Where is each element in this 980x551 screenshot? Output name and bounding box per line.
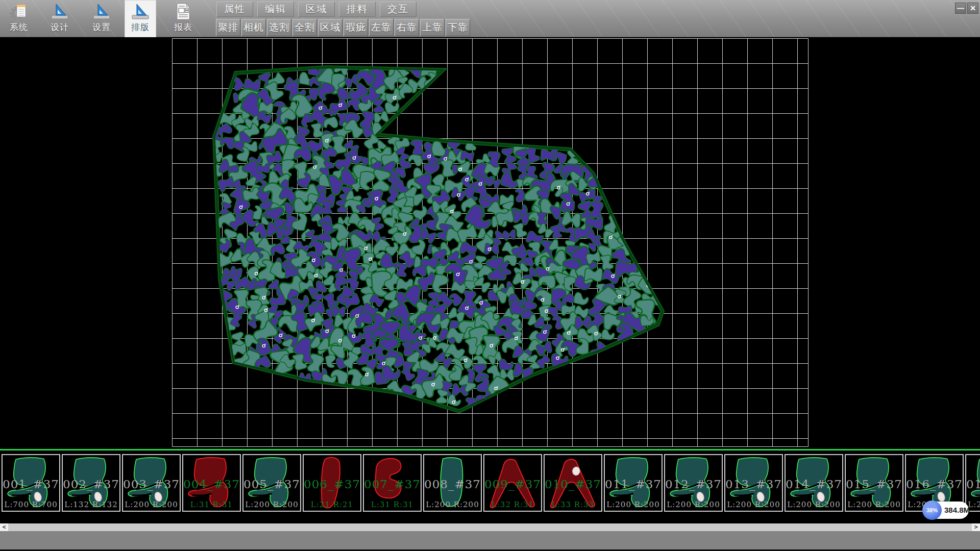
status-bar	[0, 531, 980, 549]
main-button-label: 报表	[167, 21, 199, 33]
piece-id-label: 013_#37	[725, 478, 782, 491]
main-button-4[interactable]: 排版	[125, 0, 156, 37]
main-button-5[interactable]: 报表	[167, 0, 199, 37]
main-button-label: 系统	[4, 21, 34, 33]
piece-id-label: 014_#37	[786, 478, 842, 491]
menu-tab-2[interactable]: 编辑	[257, 2, 294, 17]
application-window: 系统设计设置排版报表 属性编辑区域排料交互 聚排相机选割全割区域瑕疵左靠右靠上靠…	[0, 0, 980, 551]
piece-lr-count-label: L:200 R:200	[846, 500, 902, 509]
main-button-3[interactable]: 设置	[87, 0, 116, 37]
piece-id-label: 010_#37	[545, 478, 601, 491]
thumbnail-cell-014_#37[interactable]: 014_#37L:200 R:200	[785, 454, 843, 512]
piece-id-label: 008_#37	[424, 478, 481, 491]
piece-id-label: 011_#37	[605, 478, 662, 491]
piece-lr-count-label: L:21 R:21	[304, 500, 360, 509]
tool-button-6[interactable]: 瑕疵	[344, 19, 368, 36]
piece-lr-count-label: L:200 R:200	[605, 500, 662, 509]
toolbar-header: 系统设计设置排版报表 属性编辑区域排料交互 聚排相机选割全割区域瑕疵左靠右靠上靠…	[0, 0, 980, 37]
tool-button-3[interactable]: 选割	[267, 19, 291, 36]
layout-ruler-icon	[131, 2, 150, 21]
piece-id-label: 002_#37	[63, 478, 119, 491]
close-button[interactable]: ✕	[967, 3, 978, 14]
piece-lr-count-label: L:32 R:31	[484, 500, 541, 509]
nesting-layout-view	[0, 37, 980, 449]
menu-tab-1[interactable]: 属性	[216, 2, 253, 17]
settings-ruler-icon	[92, 2, 111, 21]
minimize-button[interactable]: —	[955, 3, 966, 14]
tool-button-7[interactable]: 左靠	[369, 19, 394, 36]
thumbnail-cell-008_#37[interactable]: 008_#37L:200 R:200	[423, 454, 482, 512]
thumbnail-cell-017_#37[interactable]: 017_#37L:200 R:200	[965, 454, 980, 512]
piece-id-label: 007_#37	[364, 478, 421, 491]
piece-id-label: 003_#37	[123, 478, 180, 491]
piece-lr-count-label: L:200 R:200	[123, 500, 180, 509]
piece-lr-count-label: L:31 R:31	[364, 500, 421, 509]
piece-id-label: 012_#37	[665, 478, 722, 491]
main-button-label: 排版	[125, 21, 156, 33]
thumbnail-cell-009_#37[interactable]: 009_#37L:32 R:31	[483, 454, 542, 512]
piece-lr-count-label: L:200 R:200	[725, 500, 782, 509]
piece-lr-count-label: L:31 R:31	[183, 500, 240, 509]
thumbnail-cell-004_#37[interactable]: 004_#37L:31 R:31	[182, 454, 241, 512]
piece-id-label: 006_#37	[304, 478, 360, 491]
main-button-2[interactable]: 设计	[45, 0, 75, 37]
tool-button-9[interactable]: 上靠	[420, 19, 445, 36]
piece-id-label: 004_#37	[183, 478, 240, 491]
thumbnail-cell-001_#37[interactable]: 001_#37L:700 R:700	[2, 454, 60, 512]
tool-button-5[interactable]: 区域	[318, 19, 342, 36]
tool-button-10[interactable]: 下靠	[446, 19, 470, 36]
nesting-canvas[interactable]	[0, 37, 980, 449]
piece-id-label: 017_#37	[966, 478, 980, 491]
thumbnail-cell-010_#37[interactable]: 010_#37L:33 R:33	[544, 454, 602, 512]
memory-usage-badge: 38% 384.8M	[924, 502, 969, 519]
piece-id-label: 009_#37	[484, 478, 541, 491]
piece-id-label: 015_#37	[846, 478, 902, 491]
thumbnail-cell-007_#37[interactable]: 007_#37L:31 R:31	[363, 454, 422, 512]
tool-button-8[interactable]: 右靠	[395, 19, 419, 36]
piece-lr-count-label: L:200 R:200	[424, 500, 481, 509]
piece-lr-count-label: L:700 R:700	[3, 500, 59, 509]
thumbnail-cell-011_#37[interactable]: 011_#37L:200 R:200	[604, 454, 663, 512]
piece-id-label: 016_#37	[906, 478, 963, 491]
thumbnail-cell-005_#37[interactable]: 005_#37L:200 R:200	[242, 454, 301, 512]
report-doc-icon	[174, 2, 193, 21]
piece-lr-count-label: L:200 R:200	[243, 500, 300, 509]
piece-id-label: 001_#37	[3, 478, 59, 491]
main-button-label: 设置	[87, 21, 116, 33]
memory-value-label: 384.8M	[944, 506, 970, 514]
system-gear-icon	[9, 2, 29, 21]
horizontal-scrollbar[interactable]: < >	[0, 523, 980, 531]
menu-tab-5[interactable]: 交互	[380, 2, 416, 17]
main-button-label: 设计	[45, 21, 75, 33]
piece-thumbnail-strip: 001_#37L:700 R:700002_#37L:132 R:132003_…	[0, 451, 980, 523]
menu-tab-4[interactable]: 排料	[339, 2, 376, 17]
design-ruler-icon	[50, 2, 69, 21]
progress-percent-badge: 38%	[922, 500, 942, 520]
thumbnail-cell-013_#37[interactable]: 013_#37L:200 R:200	[724, 454, 783, 512]
main-button-1[interactable]: 系统	[4, 0, 34, 37]
piece-lr-count-label: L:132 R:132	[63, 500, 119, 509]
piece-id-label: 005_#37	[243, 478, 300, 491]
scroll-right-arrow-icon[interactable]: >	[972, 523, 980, 531]
thumbnail-cell-015_#37[interactable]: 015_#37L:200 R:200	[845, 454, 903, 512]
piece-lr-count-label: L:33 R:33	[545, 500, 601, 509]
tool-button-1[interactable]: 聚排	[216, 19, 240, 36]
tool-button-2[interactable]: 相机	[241, 19, 266, 36]
menu-tab-3[interactable]: 区域	[298, 2, 335, 17]
tool-button-4[interactable]: 全割	[292, 19, 317, 36]
nested-pieces-group	[207, 58, 662, 412]
piece-lr-count-label: L:200 R:200	[665, 500, 722, 509]
piece-lr-count-label: L:200 R:200	[786, 500, 842, 509]
strip-separator-line-1	[0, 449, 980, 450]
thumbnail-cell-012_#37[interactable]: 012_#37L:200 R:200	[664, 454, 723, 512]
thumbnail-cell-003_#37[interactable]: 003_#37L:200 R:200	[122, 454, 181, 512]
scroll-left-arrow-icon[interactable]: <	[0, 523, 8, 531]
thumbnail-cell-006_#37[interactable]: 006_#37L:21 R:21	[303, 454, 361, 512]
thumbnail-cell-002_#37[interactable]: 002_#37L:132 R:132	[62, 454, 120, 512]
